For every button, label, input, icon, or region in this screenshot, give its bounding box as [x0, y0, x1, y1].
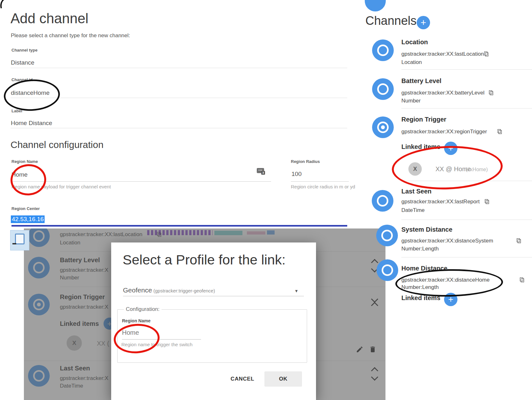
region-name-label: Region Name: [11, 159, 38, 164]
collapse-chevrons[interactable]: [372, 297, 377, 308]
channel-type: Location: [401, 59, 422, 66]
last-seen-channel-title: Last Seen: [60, 365, 90, 372]
channels-title: Channels: [365, 14, 417, 28]
region-name-label: Region Name: [122, 318, 150, 323]
battery-channel-icon: [28, 257, 50, 278]
location-channel-type: Location: [60, 240, 80, 246]
row-divider: [401, 181, 532, 181]
region-radius-helper: Region circle radius in m or yd: [291, 184, 355, 189]
annotation-stroke: [0, 0, 5, 8]
configuration-legend: Configuration:: [124, 306, 162, 312]
annotation-ellipse-region-name: [9, 163, 47, 197]
linked-items-heading: Linked items: [401, 294, 440, 302]
region-center-label: Region Center: [11, 206, 40, 211]
channel-type: DateTime: [401, 207, 425, 214]
chevron-down-icon[interactable]: ▼: [294, 289, 298, 293]
linked-item-avatar: X: [67, 335, 82, 351]
copy-icon[interactable]: [485, 199, 489, 204]
battery-channel-title: Battery Level: [60, 256, 100, 264]
last-seen-channel-icon: [28, 365, 50, 387]
channel-uid: gpstracker:tracker:XX:lastLocation: [401, 51, 484, 57]
channel-uid: gpstracker:tracker:XX:lastReport: [401, 199, 480, 205]
label-field-input[interactable]: Home Distance: [11, 120, 52, 127]
region-trigger-channel-title: Region Trigger: [60, 293, 105, 301]
linked-item-avatar: X: [408, 162, 422, 176]
channel-id-underline: [11, 98, 347, 98]
region-name-helper: Region name payload for trigger channel …: [11, 184, 111, 189]
channel-type-label: Channel type: [11, 48, 38, 53]
edit-icon[interactable]: [356, 346, 363, 353]
region-center-input[interactable]: 42.53,16.16: [11, 215, 45, 223]
last-seen-channel-icon: [372, 190, 393, 212]
extension-count-badge: 3: [261, 171, 265, 175]
copy-icon[interactable]: [498, 129, 502, 134]
region-radius-input[interactable]: 100: [291, 171, 302, 178]
channel-id-label: Channel id: [11, 77, 32, 82]
region-radius-label: Region Radius: [291, 159, 320, 164]
channel-uid: gpstracker:tracker:XX:batteryLevel: [401, 90, 485, 96]
linked-item-label: XX @ Home: [435, 165, 471, 173]
profile-select-value: Geofence: [123, 286, 152, 294]
channel-type-underline: [11, 68, 347, 68]
map-blue-patch: [267, 230, 275, 235]
channel-title: Home Distance: [401, 265, 448, 272]
page-subtitle: Please select a channel type for the new…: [11, 32, 130, 39]
region-trigger-channel-icon: [372, 116, 394, 138]
add-linked-item-button[interactable]: +: [444, 293, 457, 306]
channel-type: Number:Length: [401, 246, 439, 252]
region-name-input[interactable]: Home: [122, 329, 139, 336]
copy-icon[interactable]: [517, 238, 521, 243]
location-channel-icon: [28, 228, 50, 247]
profile-select-underline: [123, 296, 304, 296]
add-channel-button[interactable]: +: [417, 16, 430, 29]
channel-id-input[interactable]: distanceHome: [11, 89, 49, 96]
region-trigger-channel-icon: [28, 294, 50, 315]
copy-icon[interactable]: [157, 232, 161, 237]
region-radius-underline: [291, 181, 349, 182]
profile-select[interactable]: Geofence (gpstracker:trigger-geofence): [123, 286, 215, 294]
reorder-chevrons[interactable]: [372, 368, 377, 380]
copy-icon[interactable]: [489, 90, 493, 95]
channel-title: Last Seen: [401, 188, 431, 195]
reorder-chevrons[interactable]: [372, 260, 377, 271]
copy-icon[interactable]: [484, 52, 488, 56]
channel-title: Location: [401, 39, 428, 46]
add-linked-item-button[interactable]: +: [444, 142, 457, 155]
cancel-button[interactable]: CANCEL: [226, 373, 258, 385]
region-trigger-channel-uid: gpstracker:tracker:X: [60, 304, 108, 310]
region-name-underline: [122, 339, 201, 340]
page-title: Add channel: [11, 11, 89, 26]
linked-items-heading: Linked items: [401, 143, 440, 151]
location-channel-uid: gpstracker:tracker:XX:lastLocation: [60, 231, 142, 238]
configuration-fieldset: Configuration: Region Name Home Region n…: [117, 306, 307, 363]
battery-channel-icon: [372, 78, 394, 100]
region-center-focus-underline: [11, 225, 347, 227]
delete-icon[interactable]: [369, 346, 377, 353]
region-name-input[interactable]: Home: [11, 171, 28, 178]
channel-uid: gpstracker:tracker:XX:distanceSystem: [401, 238, 493, 244]
label-field-underline: [11, 128, 347, 128]
map-teal-patch: [214, 231, 242, 235]
channel-type: Number: [401, 98, 421, 104]
battery-channel-type: Number: [60, 275, 79, 281]
row-divider: [401, 69, 532, 70]
row-divider: [401, 257, 532, 257]
label-field-label: Label: [11, 109, 22, 113]
linked-item-label: XX (: [97, 340, 109, 347]
region-name-underline: [11, 181, 271, 182]
channel-type-value[interactable]: Distance: [11, 59, 34, 66]
ok-button[interactable]: OK: [264, 371, 302, 387]
row-divider: [401, 220, 532, 220]
clipped-avatar-icon: [365, 0, 386, 11]
profile-dialog: Select a Profile for the link: Geofence …: [111, 242, 316, 400]
linked-item-id: (xxHome): [466, 167, 488, 172]
map-widget-corner: [10, 230, 29, 250]
last-seen-channel-type: DateTime: [60, 383, 83, 389]
copy-icon[interactable]: [520, 277, 524, 282]
form-fill-extension-icon[interactable]: ••• 3: [257, 168, 265, 175]
channel-configuration-heading: Channel configuration: [11, 139, 104, 150]
channel-title: Battery Level: [401, 77, 442, 85]
dialog-title: Select a Profile for the link:: [123, 252, 285, 268]
map-pink-patch: [247, 231, 265, 235]
location-channel-icon: [372, 39, 394, 61]
